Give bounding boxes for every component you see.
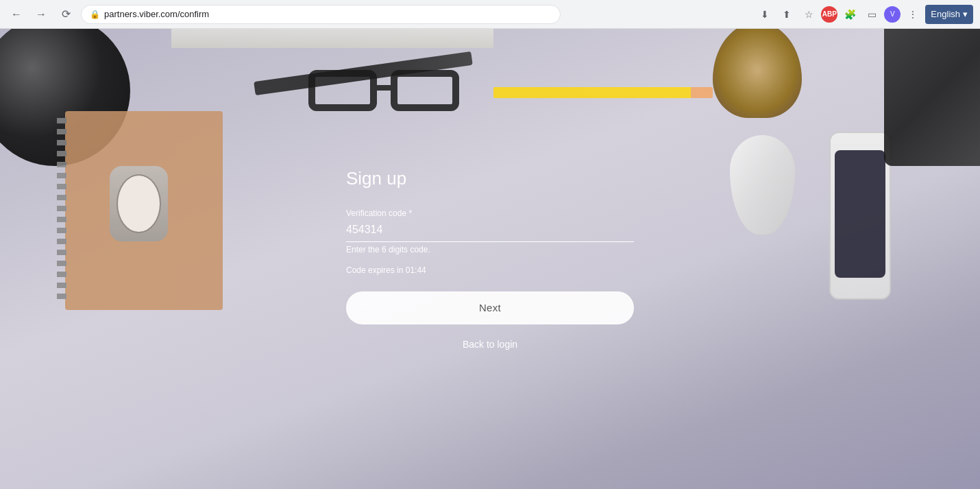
back-button[interactable]: ← — [7, 5, 26, 24]
adblock-icon[interactable]: ABP — [821, 6, 837, 23]
signup-form: Sign up Verification code * Enter the 6 … — [346, 168, 634, 350]
reload-button[interactable]: ⟳ — [56, 5, 75, 24]
verification-label: Verification code * — [346, 208, 634, 218]
back-to-login-button[interactable]: Back to login — [346, 339, 634, 350]
browser-actions: ⬇ ⬆ ☆ ABP 🧩 ▭ V ⋮ English ▾ — [755, 5, 973, 24]
camera-decoration — [884, 29, 980, 166]
glasses-decoration — [302, 63, 487, 125]
watch-decoration — [110, 166, 168, 241]
page-content: Sign up Verification code * Enter the 6 … — [0, 29, 980, 489]
verification-input[interactable] — [346, 221, 634, 242]
phone-screen — [835, 150, 885, 278]
lock-icon: 🔒 — [90, 10, 100, 19]
address-bar[interactable]: 🔒 partners.viber.com/confirm — [81, 5, 561, 24]
watch-face — [117, 174, 161, 233]
share-icon[interactable]: ⬆ — [777, 5, 796, 24]
pencil-decoration — [493, 87, 713, 98]
menu-icon[interactable]: ⋮ — [903, 5, 922, 24]
bookmark-icon[interactable]: ☆ — [799, 5, 818, 24]
glasses-bridge — [377, 84, 397, 91]
glasses-left-lens — [308, 70, 377, 111]
form-title: Sign up — [346, 168, 634, 189]
coffee-cup-decoration — [713, 29, 802, 118]
verification-hint: Enter the 6 digits code. — [346, 245, 634, 254]
splitscreen-icon[interactable]: ▭ — [862, 5, 881, 24]
download-icon[interactable]: ⬇ — [755, 5, 774, 24]
profile-icon[interactable]: V — [884, 6, 901, 23]
phone-decoration — [829, 132, 891, 300]
glasses-right-lens — [391, 70, 459, 111]
forward-button[interactable]: → — [32, 5, 51, 24]
url-text: partners.viber.com/confirm — [104, 9, 209, 19]
ruler-decoration — [171, 29, 493, 48]
extensions-icon[interactable]: 🧩 — [840, 5, 859, 24]
browser-chrome: ← → ⟳ 🔒 partners.viber.com/confirm ⬇ ⬆ ☆… — [0, 0, 980, 29]
chevron-down-icon: ▾ — [963, 9, 968, 19]
language-selector[interactable]: English ▾ — [925, 5, 973, 24]
language-label: English — [931, 9, 960, 19]
next-button[interactable]: Next — [346, 291, 634, 324]
verification-code-group: Verification code * Enter the 6 digits c… — [346, 208, 634, 254]
code-expiry: Code expires in 01:44 — [346, 265, 634, 275]
